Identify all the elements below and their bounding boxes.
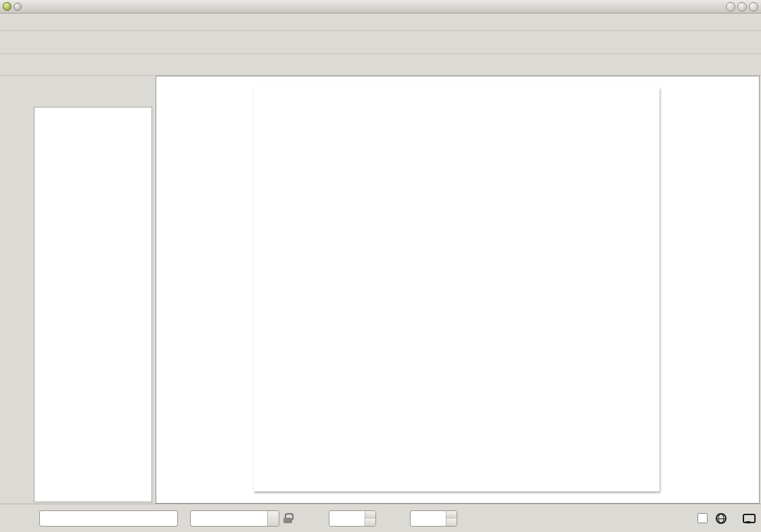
rotation-input[interactable] (411, 511, 446, 526)
status-bar (0, 504, 761, 532)
magnifier-down-icon[interactable] (365, 518, 375, 526)
magnifier-spinbox[interactable] (329, 510, 376, 527)
manage-layers-toolbar (0, 76, 32, 504)
app-badge-icon (14, 3, 22, 11)
rotation-spinbox[interactable] (410, 510, 457, 527)
crs-globe-icon (716, 513, 727, 524)
layers-panel-toolbar (32, 91, 154, 105)
scale-combobox[interactable] (190, 510, 279, 527)
toolbar-row-2 (0, 54, 761, 76)
rotation-down-icon[interactable] (446, 518, 457, 526)
menu-bar (0, 14, 761, 31)
scale-lock-icon[interactable] (283, 513, 292, 523)
close-button[interactable] (749, 2, 758, 11)
window-buttons (726, 2, 758, 11)
messages-button[interactable] (743, 514, 756, 523)
render-checkbox[interactable] (697, 513, 708, 523)
map-viewport[interactable] (156, 76, 760, 504)
toolbar-row-1 (0, 31, 761, 54)
rotation-spin-buttons (446, 511, 457, 526)
title-bar[interactable] (0, 0, 761, 14)
magnifier-spin-buttons (365, 511, 375, 526)
maximize-button[interactable] (737, 2, 747, 11)
layer-tree (34, 107, 152, 502)
magnifier-up-icon[interactable] (365, 511, 375, 519)
minimize-button[interactable] (726, 2, 735, 11)
raster-layer-image (254, 87, 660, 491)
layers-panel (32, 76, 154, 504)
layers-panel-header (32, 76, 154, 91)
coordinate-input[interactable] (39, 510, 178, 527)
magnifier-input[interactable] (329, 511, 365, 526)
qgis-window (0, 0, 761, 532)
app-icon[interactable] (3, 2, 11, 11)
rotation-up-icon[interactable] (446, 511, 457, 519)
scale-dropdown-icon[interactable] (267, 511, 279, 526)
